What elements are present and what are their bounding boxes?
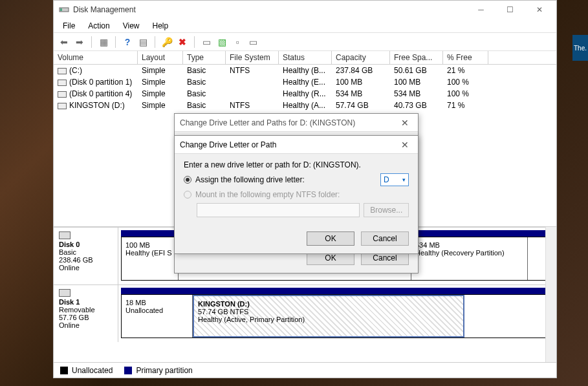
chevron-down-icon: ▾: [402, 177, 406, 183]
back-icon[interactable]: ⬅: [58, 36, 71, 48]
cancel-button[interactable]: Cancel: [361, 231, 409, 246]
toolbar-separator: [91, 36, 92, 48]
disk-header[interactable]: Disk 1Removable57.76 GBOnline: [54, 285, 118, 342]
ok-button[interactable]: OK: [307, 231, 354, 246]
close-icon[interactable]: ✕: [397, 118, 413, 128]
disk-row: Disk 1Removable57.76 GBOnline18 MBUnallo…: [54, 284, 556, 342]
properties-icon[interactable]: ▭: [200, 36, 213, 48]
svg-rect-1: [60, 8, 62, 11]
mount-path-input: [197, 203, 360, 217]
volume-row[interactable]: (Disk 0 partition 1)SimpleBasicHealthy (…: [54, 76, 556, 88]
partition[interactable]: KINGSTON (D:)57.74 GB NTFSHealthy (Activ…: [193, 295, 464, 338]
col-free[interactable]: Free Spa...: [390, 51, 443, 64]
app-icon: [59, 5, 69, 15]
help-icon[interactable]: ?: [121, 36, 134, 48]
col-capacity[interactable]: Capacity: [332, 51, 390, 64]
scan-icon[interactable]: ▫: [231, 36, 244, 48]
edge-badge: The.: [572, 35, 588, 61]
radio-label: Mount in the following empty NTFS folder…: [195, 190, 340, 199]
delete-icon[interactable]: ✖: [176, 36, 189, 48]
titlebar: Disk Management ─ ☐ ✕: [54, 1, 556, 19]
dialog-prompt: Enter a new drive letter or path for D: …: [184, 160, 409, 169]
change-drive-letter-dialog: Change Drive Letter or Path ✕ Enter a ne…: [174, 135, 419, 254]
menu-help[interactable]: Help: [146, 20, 175, 32]
refresh-icon[interactable]: 🔑: [160, 36, 173, 48]
disk-header[interactable]: Disk 0Basic238.46 GBOnline: [54, 228, 118, 284]
settings-icon[interactable]: ▭: [246, 36, 259, 48]
close-button[interactable]: ✕: [525, 1, 554, 19]
view-list-icon[interactable]: ▦: [97, 36, 110, 48]
dialog-title: Change Drive Letter and Paths for D: (KI…: [180, 118, 397, 127]
dialog-titlebar: Change Drive Letter and Paths for D: (KI…: [175, 114, 418, 132]
col-layout[interactable]: Layout: [138, 51, 183, 64]
create-icon[interactable]: ▧: [215, 36, 228, 48]
legend: Unallocated Primary partition: [54, 362, 556, 378]
radio-label: Assign the following drive letter:: [195, 175, 305, 184]
forward-icon[interactable]: ➡: [73, 36, 86, 48]
volume-row[interactable]: KINGSTON (D:)SimpleBasicNTFSHealthy (A..…: [54, 100, 556, 111]
partition[interactable]: 18 MBUnallocated: [122, 295, 193, 338]
col-filesystem[interactable]: File System: [226, 51, 279, 64]
browse-button: Browse...: [364, 203, 409, 217]
view-details-icon[interactable]: ▤: [136, 36, 149, 48]
col-type[interactable]: Type: [183, 51, 226, 64]
drive-letter-select[interactable]: D ▾: [380, 173, 409, 186]
radio-mount-folder[interactable]: Mount in the following empty NTFS folder…: [184, 190, 409, 199]
toolbar-separator: [115, 36, 116, 48]
radio-icon: [184, 176, 191, 184]
toolbar-separator: [155, 36, 155, 48]
toolbar: ⬅ ➡ ▦ ? ▤ 🔑 ✖ ▭ ▧ ▫ ▭: [54, 33, 556, 51]
dialog-titlebar: Change Drive Letter or Path ✕: [175, 136, 418, 154]
volume-header: Volume Layout Type File System Status Ca…: [54, 51, 556, 65]
radio-icon: [184, 191, 191, 198]
volume-row[interactable]: (Disk 0 partition 4)SimpleBasicHealthy (…: [54, 88, 556, 100]
toolbar-separator: [194, 36, 195, 48]
col-volume[interactable]: Volume: [54, 51, 138, 64]
maximize-button[interactable]: ☐: [495, 1, 525, 19]
menu-view[interactable]: View: [116, 20, 146, 32]
minimize-button[interactable]: ─: [466, 1, 495, 19]
col-pfree[interactable]: % Free: [443, 51, 488, 64]
window-title: Disk Management: [73, 5, 466, 14]
menu-file[interactable]: File: [56, 20, 82, 32]
radio-assign-letter[interactable]: Assign the following drive letter: D ▾: [184, 173, 409, 186]
volume-row[interactable]: (C:)SimpleBasicNTFSHealthy (B...237.84 G…: [54, 65, 556, 76]
menubar: File Action View Help: [54, 19, 556, 33]
partition[interactable]: 100 MBHealthy (EFI S: [122, 237, 179, 280]
menu-action[interactable]: Action: [82, 20, 116, 32]
close-icon[interactable]: ✕: [397, 140, 413, 150]
col-status[interactable]: Status: [279, 51, 332, 64]
legend-primary: Primary partition: [124, 366, 192, 375]
partition[interactable]: 534 MBHealthy (Recovery Partition): [411, 237, 528, 280]
drive-letter-value: D: [384, 175, 389, 184]
dialog-title: Change Drive Letter or Path: [180, 140, 397, 149]
legend-unallocated: Unallocated: [60, 366, 113, 375]
vertical-scrollbar[interactable]: [545, 227, 556, 362]
